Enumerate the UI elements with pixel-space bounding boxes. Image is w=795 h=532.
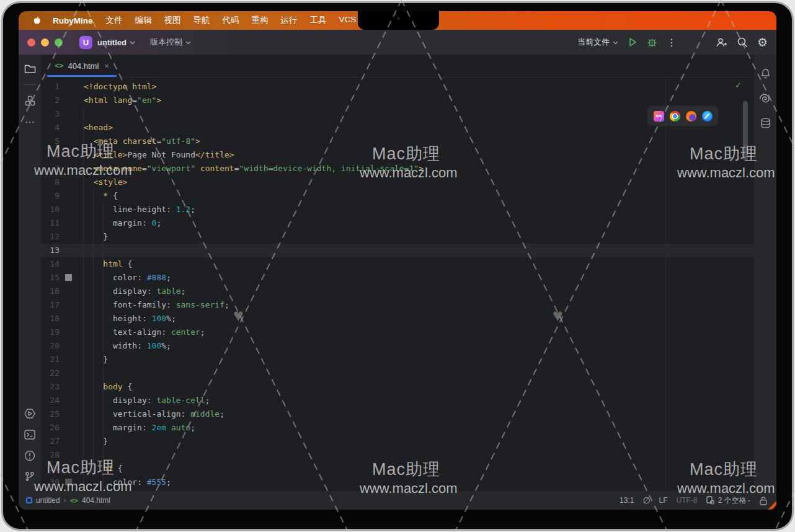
code-text: h1 { xyxy=(84,462,123,476)
git-tool-icon[interactable] xyxy=(19,466,41,487)
terminal-tool-icon[interactable] xyxy=(19,424,41,445)
code-text: } xyxy=(84,435,108,448)
line-number: 8 xyxy=(41,175,60,189)
run-config-selector[interactable]: 当前文件 xyxy=(577,37,618,48)
code-editor[interactable]: 1<!doctype html>2<html lang="en">34<head… xyxy=(41,78,754,491)
line-number: 22 xyxy=(41,366,60,380)
lock-unlocked-icon[interactable] xyxy=(759,496,768,505)
code-line[interactable]: 30 color: #555; xyxy=(41,476,754,489)
project-selector[interactable]: untitled xyxy=(97,38,127,47)
line-number: 4 xyxy=(41,121,60,135)
code-line[interactable]: 17 font-family: sans-serif; xyxy=(41,298,754,312)
safari-browser-icon[interactable] xyxy=(702,111,713,122)
code-line[interactable]: 26 margin: 2em auto; xyxy=(41,421,754,435)
services-tool-icon[interactable] xyxy=(19,403,41,424)
color-swatch[interactable] xyxy=(65,479,72,485)
line-number: 18 xyxy=(41,312,60,326)
code-line[interactable]: 27 } xyxy=(41,435,754,448)
close-tab-icon[interactable]: × xyxy=(104,61,109,71)
code-line[interactable]: 9 * { xyxy=(41,189,754,203)
code-line[interactable]: 14 html { xyxy=(41,257,754,271)
code-line[interactable]: 20 width: 100%; xyxy=(41,339,754,353)
menubar-app-name[interactable]: RubyMine xyxy=(53,16,93,25)
code-line[interactable]: 13 xyxy=(41,244,754,257)
menu-item-编辑[interactable]: 编辑 xyxy=(135,15,152,26)
code-line[interactable]: 1<!doctype html> xyxy=(41,80,754,94)
apple-menu-icon[interactable] xyxy=(32,16,42,26)
editor-scrollbar[interactable] xyxy=(743,101,748,161)
problems-tool-icon[interactable] xyxy=(19,445,41,466)
code-line[interactable]: 18 height: 100%; xyxy=(41,312,754,326)
code-line[interactable]: 12 } xyxy=(41,230,754,244)
code-line[interactable]: 16 display: table; xyxy=(41,285,754,298)
breadcrumb-file[interactable]: 404.html xyxy=(82,496,110,505)
code-text: } xyxy=(84,230,108,244)
code-line[interactable]: 7 <meta name="viewport" content="width=d… xyxy=(41,162,754,175)
encoding-widget[interactable]: UTF-8 xyxy=(677,496,698,505)
settings-gear-icon[interactable]: ⚙ xyxy=(757,35,768,50)
zoom-window-button[interactable] xyxy=(55,38,63,47)
code-line[interactable]: 23 body { xyxy=(41,380,754,394)
code-line[interactable]: 24 display: table-cell; xyxy=(41,394,754,407)
code-line[interactable]: 11 margin: 0; xyxy=(41,216,754,230)
code-line[interactable]: 6 <title>Page Not Found</title> xyxy=(41,148,754,162)
code-line[interactable]: 28 xyxy=(41,448,754,462)
menu-item-工具[interactable]: 工具 xyxy=(310,15,327,26)
code-line[interactable]: 19 text-align: center; xyxy=(41,326,754,339)
code-line[interactable]: 15 color: #888; xyxy=(41,271,754,285)
html-file-icon: <> xyxy=(70,497,78,505)
code-text: font-family: sans-serif; xyxy=(84,298,229,312)
breadcrumb-project[interactable]: untitled xyxy=(36,496,60,505)
project-badge: U xyxy=(79,36,92,49)
project-tool-icon[interactable] xyxy=(19,58,41,79)
debug-button[interactable] xyxy=(647,37,657,47)
vcs-label: 版本控制 xyxy=(150,37,182,48)
code-line[interactable]: 25 vertical-align: middle; xyxy=(41,407,754,421)
code-text: display: table-cell; xyxy=(84,394,210,407)
run-button[interactable] xyxy=(628,37,637,47)
notifications-bell-icon[interactable] xyxy=(754,63,776,84)
line-number: 29 xyxy=(41,462,60,476)
search-everywhere-icon[interactable] xyxy=(737,37,748,48)
code-line[interactable]: 10 line-height: 1.2; xyxy=(41,203,754,216)
more-actions-kebab-icon[interactable]: ⋮ xyxy=(667,37,677,48)
code-line[interactable]: 5 <meta charset="utf-8"> xyxy=(41,135,754,148)
menu-item-文件[interactable]: 文件 xyxy=(106,15,123,26)
code-line[interactable]: 8 <style> xyxy=(41,175,754,189)
code-line[interactable]: 22 xyxy=(41,366,754,380)
code-line[interactable]: 29 h1 { xyxy=(41,462,754,476)
code-text: vertical-align: middle; xyxy=(84,407,224,421)
code-line[interactable]: 21 } xyxy=(41,353,754,366)
menu-item-代码[interactable]: 代码 xyxy=(223,15,239,26)
vcs-widget[interactable]: 版本控制 xyxy=(150,37,191,48)
close-window-button[interactable] xyxy=(27,38,35,47)
line-number: 2 xyxy=(41,94,60,107)
tab-404-html[interactable]: <> 404.html × xyxy=(47,55,117,77)
caret-position-widget[interactable]: 13:1 xyxy=(620,496,634,505)
chrome-browser-icon[interactable] xyxy=(670,111,680,122)
structure-tool-icon[interactable] xyxy=(19,90,41,111)
menu-item-VCS[interactable]: VCS xyxy=(339,15,357,26)
indent-widget[interactable]: 2 个空格 ٭ xyxy=(706,495,750,506)
minimize-window-button[interactable] xyxy=(41,38,49,47)
camera-dot xyxy=(397,17,400,20)
database-tool-icon[interactable] xyxy=(754,113,776,134)
line-separator-widget[interactable]: LF xyxy=(659,496,668,505)
module-icon xyxy=(26,497,32,503)
inspections-ok-icon[interactable]: ✓ xyxy=(735,79,741,91)
right-tool-stripe xyxy=(754,55,776,491)
menu-item-导航[interactable]: 导航 xyxy=(193,15,210,26)
color-swatch[interactable] xyxy=(65,274,72,281)
navigation-breadcrumb[interactable]: untitled › <> 404.html xyxy=(26,496,110,505)
more-tool-windows-icon[interactable]: ⋯ xyxy=(19,111,41,132)
menu-item-运行[interactable]: 运行 xyxy=(281,15,298,26)
firefox-browser-icon[interactable] xyxy=(686,111,696,122)
code-with-me-button[interactable] xyxy=(716,37,727,48)
builtin-preview-icon[interactable]: RM xyxy=(654,111,664,122)
run-config-label: 当前文件 xyxy=(577,37,610,48)
code-line[interactable]: 2<html lang="en"> xyxy=(41,94,754,107)
menu-item-视图[interactable]: 视图 xyxy=(164,15,181,26)
inspection-level-icon[interactable]: ∅ xyxy=(642,495,650,505)
menu-item-重构[interactable]: 重构 xyxy=(252,15,269,26)
ai-assistant-icon[interactable] xyxy=(754,88,776,109)
